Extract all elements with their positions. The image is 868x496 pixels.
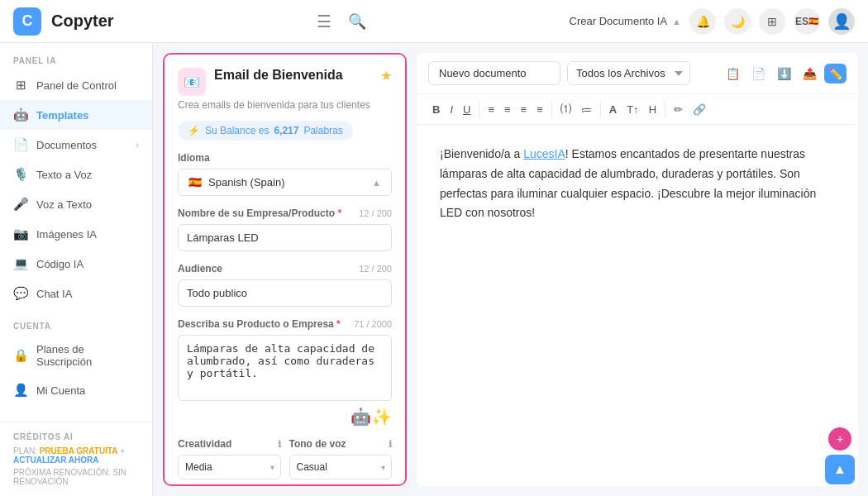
format-align-right-button[interactable]: ≡ xyxy=(517,101,532,118)
planes-icon: 🔒 xyxy=(13,348,28,363)
sidebar-item-templates-label: Templates xyxy=(36,109,88,122)
codigo-icon: 💻 xyxy=(13,256,28,271)
content-area: 📧 Email de Bienvenida ★ Crea emails de b… xyxy=(153,43,868,496)
audience-label: Audience 12 / 200 xyxy=(178,263,392,274)
ai-badge: 🤖✨ xyxy=(178,407,392,427)
sidebar-item-imagenes-ia[interactable]: 📷 Imágenes IA xyxy=(0,219,152,249)
creatividad-col: Creatividad ℹ Media ▾ xyxy=(178,438,281,479)
texto-voz-icon: 🎙️ xyxy=(13,167,28,182)
form-panel: 📧 Email de Bienvenida ★ Crea emails de b… xyxy=(163,53,407,486)
bolt-icon: ⚡ xyxy=(188,125,200,136)
editor-format-bar: B I U ≡ ≡ ≡ ≡ ⑴ ≔ A T↑ H ✏ xyxy=(417,94,858,125)
format-link-button[interactable]: 🔗 xyxy=(689,101,710,118)
main-layout: PANEL IA ⊞ Panel de Control 🤖 Templates … xyxy=(0,43,868,496)
logo-text: Copyter xyxy=(51,12,114,31)
idioma-select[interactable]: 🇪🇸 Spanish (Spain) ▲ xyxy=(178,169,392,196)
sidebar: PANEL IA ⊞ Panel de Control 🤖 Templates … xyxy=(0,43,153,496)
notification-float-button[interactable]: + xyxy=(828,427,851,451)
language-flag: 🇪🇸 xyxy=(188,176,202,188)
document-name-input[interactable] xyxy=(428,61,560,85)
audience-input[interactable] xyxy=(178,279,392,307)
audience-group: Audience 12 / 200 xyxy=(178,263,392,307)
sidebar-item-panel-control-label: Panel de Control xyxy=(36,79,117,92)
share-doc-button[interactable]: 📤 xyxy=(799,64,821,83)
sidebar-item-texto-voz[interactable]: 🎙️ Texto a Voz xyxy=(0,160,152,189)
format-align-center-button[interactable]: ≡ xyxy=(500,101,515,118)
editor-toolbar-top: Todos los Archivos 📋 📄 ⬇️ 📤 ✏️ xyxy=(417,53,858,94)
empresa-group: Nombre de su Empresa/Producto * 12 / 200 xyxy=(178,207,392,251)
format-font-size-button[interactable]: T↑ xyxy=(622,101,642,118)
fullscreen-icon[interactable]: ⊞ xyxy=(759,8,785,35)
menu-icon[interactable]: ☰ xyxy=(317,12,331,31)
form-title: Email de Bienvenida xyxy=(214,68,372,83)
dark-mode-icon[interactable]: 🌙 xyxy=(724,8,751,35)
form-header: 📧 Email de Bienvenida ★ xyxy=(178,68,392,96)
sidebar-item-mi-cuenta[interactable]: 👤 Mi Cuenta xyxy=(0,375,152,405)
format-align-justify-button[interactable]: ≡ xyxy=(532,101,547,118)
crear-documento-button[interactable]: Crear Documento IA ▲ xyxy=(570,15,681,27)
notifications-icon[interactable]: 🔔 xyxy=(689,8,716,35)
language-value: Spanish (Spain) xyxy=(208,176,285,188)
format-bold-button[interactable]: B xyxy=(428,101,444,118)
search-icon[interactable]: 🔍 xyxy=(348,12,366,31)
separator-3 xyxy=(600,101,601,117)
format-italic-button[interactable]: I xyxy=(446,101,457,118)
separator-4 xyxy=(665,101,665,117)
sidebar-bottom: CRÉDITOS AI PLAN: PRUEBA GRATUITA + ACTU… xyxy=(0,422,152,496)
editor-text: ¡Bienvenido/a a LucesIA! Estamos encanta… xyxy=(440,145,835,223)
balance-unit: Palabras xyxy=(303,125,342,136)
format-font-color-button[interactable]: A xyxy=(605,101,621,118)
creatividad-info-icon[interactable]: ℹ xyxy=(278,439,281,450)
editor-content[interactable]: ¡Bienvenido/a a LucesIA! Estamos encanta… xyxy=(417,125,858,486)
form-subtitle: Crea emails de bienvenida para tus clien… xyxy=(178,99,392,111)
sidebar-item-documentos[interactable]: 📄 Documentos › xyxy=(0,130,152,160)
creatividad-select[interactable]: Media xyxy=(178,455,281,479)
format-align-left-button[interactable]: ≡ xyxy=(484,101,498,118)
descripcion-textarea[interactable]: Lámparas de alta capacidad de alumbrado,… xyxy=(178,335,392,401)
language-selector[interactable]: ES 🇪🇸 xyxy=(794,8,820,35)
documentos-icon: 📄 xyxy=(13,137,28,152)
user-avatar[interactable]: 👤 xyxy=(828,8,855,35)
download-doc-button[interactable]: ⬇️ xyxy=(773,64,795,83)
descripcion-group: Describa su Producto o Empresa * 71 / 20… xyxy=(178,318,392,427)
sidebar-item-panel-control[interactable]: ⊞ Panel de Control xyxy=(0,70,152,100)
duplicate-doc-button[interactable]: 📄 xyxy=(747,64,770,83)
imagenes-icon: 📷 xyxy=(13,227,28,241)
editor-area: Todos los Archivos 📋 📄 ⬇️ 📤 ✏️ B I U xyxy=(417,43,868,496)
sidebar-item-planes-label: Planes de Suscripción xyxy=(36,343,139,368)
format-heading-button[interactable]: H xyxy=(645,101,661,118)
descripcion-count: 71 / 2000 xyxy=(354,319,392,329)
empresa-input[interactable] xyxy=(178,224,392,251)
renovacion-text: PRÓXIMA RENOVACIÓN: SIN RENOVACIÓN xyxy=(13,468,139,486)
format-ul-button[interactable]: ≔ xyxy=(577,101,596,118)
balance-value: 6,217 xyxy=(274,125,298,136)
tono-info-icon[interactable]: ℹ xyxy=(389,439,392,450)
creditos-label: CRÉDITOS AI xyxy=(13,432,139,446)
format-underline-button[interactable]: U xyxy=(459,101,475,118)
sidebar-item-templates[interactable]: 🤖 Templates xyxy=(0,100,152,130)
luces-ia-link[interactable]: LucesIA xyxy=(523,147,565,160)
archive-select[interactable]: Todos los Archivos xyxy=(567,61,690,85)
format-ol-button[interactable]: ⑴ xyxy=(556,99,575,119)
prueba-gratuita-link[interactable]: PRUEBA GRATUITA xyxy=(40,446,118,455)
tono-select[interactable]: Casual xyxy=(289,455,393,479)
sidebar-item-codigo-label: Código IA xyxy=(36,258,83,270)
sidebar-item-planes[interactable]: 🔒 Planes de Suscripción xyxy=(0,336,152,375)
editor-panel: Todos los Archivos 📋 📄 ⬇️ 📤 ✏️ B I U xyxy=(417,53,858,486)
favorite-star-icon[interactable]: ★ xyxy=(380,68,392,83)
top-navigation: C Copyter ☰ 🔍 Crear Documento IA ▲ 🔔 🌙 ⊞… xyxy=(0,0,868,43)
copy-doc-button[interactable]: 📋 xyxy=(722,64,744,83)
sidebar-item-voz-texto[interactable]: 🎤 Voz a Texto xyxy=(0,189,152,219)
logo-icon: C xyxy=(13,7,41,36)
separator-1 xyxy=(479,101,479,117)
mi-cuenta-icon: 👤 xyxy=(13,383,28,398)
sidebar-item-chat-ia[interactable]: 💬 Chat IA xyxy=(0,279,152,308)
format-brush-button[interactable]: ✏ xyxy=(670,101,687,118)
tono-col: Tono de voz ℹ Casual ▾ xyxy=(289,438,393,479)
sidebar-item-texto-voz-label: Texto a Voz xyxy=(36,169,92,181)
actualizar-link[interactable]: ACTUALIZAR AHORA xyxy=(13,455,99,465)
sidebar-item-codigo-ia[interactable]: 💻 Código IA xyxy=(0,249,152,279)
scroll-top-float-button[interactable]: ▲ xyxy=(825,455,855,484)
ai-assist-icon[interactable]: 🤖✨ xyxy=(351,407,392,427)
edit-doc-button[interactable]: ✏️ xyxy=(824,64,847,83)
